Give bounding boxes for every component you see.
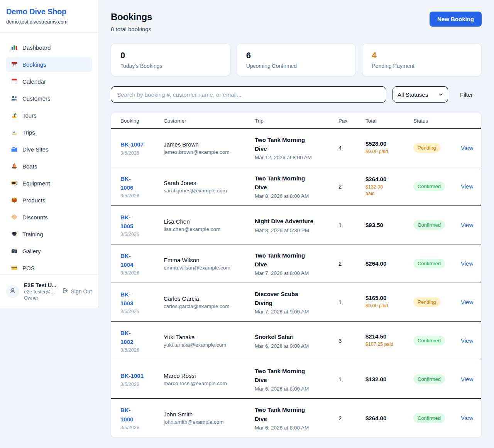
- trip-cell: Two Tank Morning Dive Mar 6, 2026 at 8:0…: [255, 405, 338, 431]
- booking-cell: BK-1006 3/5/2026: [120, 174, 164, 199]
- sidebar-item-label: Discounts: [22, 214, 48, 221]
- sidebar-item-label: Boats: [22, 163, 37, 170]
- sidebar-item-label: Dive Sites: [22, 146, 49, 153]
- trip-cell: Snorkel Safari Mar 6, 2026 at 9:00 AM: [255, 332, 338, 349]
- booking-id-link[interactable]: BK-1000: [120, 406, 138, 424]
- booking-cell: BK-1005 3/5/2026: [120, 213, 164, 237]
- view-link[interactable]: View: [461, 414, 473, 421]
- trip-name: Two Tank Morning Dive: [255, 135, 316, 153]
- status-filter-select[interactable]: All Statuses: [392, 86, 448, 103]
- booking-id-link[interactable]: BK-1003: [120, 290, 138, 308]
- stats-cards: 0 Today's Bookings 6 Upcoming Confirmed …: [111, 43, 482, 76]
- grad-cap-icon: [11, 231, 18, 237]
- status-filter-value: All Statuses: [398, 91, 428, 98]
- column-header: Trip: [255, 118, 338, 124]
- sign-out-button[interactable]: Sign Out: [62, 288, 92, 295]
- sidebar-item-customers[interactable]: Customers: [6, 91, 92, 106]
- status-cell: Confirmed: [413, 336, 461, 345]
- status-badge: Pending: [413, 143, 440, 153]
- customer-name: James Brown: [164, 141, 255, 148]
- status-cell: Confirmed: [413, 374, 461, 384]
- page-title: Bookings: [111, 12, 152, 22]
- view-link[interactable]: View: [461, 337, 473, 344]
- view-link[interactable]: View: [461, 260, 473, 267]
- sidebar-item-calendar[interactable]: Calendar: [6, 74, 92, 89]
- tag-icon: [11, 214, 18, 221]
- total-amount: $165.00: [365, 295, 413, 301]
- booking-date: 3/5/2026: [120, 270, 164, 276]
- trip-name: Night Dive Adventure: [255, 217, 316, 226]
- sidebar-item-dashboard[interactable]: Dashboard: [6, 40, 92, 55]
- stat-label: Pending Payment: [372, 63, 472, 69]
- user-email: e2e-tester@...: [24, 289, 56, 295]
- customer-email: sarah.jones@example.com: [164, 188, 255, 194]
- filter-button[interactable]: Filter: [454, 91, 479, 98]
- bookings-table: BookingCustomerTripPaxTotalStatus BK-100…: [111, 113, 482, 438]
- paid-amount: $107.25 paid: [365, 341, 413, 348]
- view-link[interactable]: View: [461, 183, 473, 190]
- booking-cell: BK-1007 3/5/2026: [120, 140, 164, 155]
- trip-cell: Night Dive Adventure Mar 8, 2026 at 5:30…: [255, 217, 338, 233]
- total-cell: $264.00: [365, 415, 413, 421]
- status-cell: Confirmed: [413, 413, 461, 423]
- sidebar-item-pos[interactable]: POS: [6, 260, 92, 276]
- booking-id-link[interactable]: BK-1005: [120, 213, 138, 231]
- trip-cell: Two Tank Morning Dive Mar 12, 2026 at 8:…: [255, 135, 338, 161]
- status-badge: Confirmed: [413, 336, 445, 345]
- view-link[interactable]: View: [461, 299, 473, 305]
- sidebar-item-products[interactable]: Products: [6, 192, 92, 208]
- status-cell: Confirmed: [413, 220, 461, 230]
- booking-id-link[interactable]: BK-1001: [120, 371, 144, 380]
- new-booking-button[interactable]: New Booking: [430, 12, 482, 27]
- status-badge: Pending: [413, 297, 440, 307]
- total-cell: $132.00: [365, 376, 413, 382]
- status-badge: Confirmed: [413, 220, 445, 230]
- status-badge: Confirmed: [413, 259, 445, 268]
- dive-mask-icon: [11, 180, 18, 187]
- sidebar-item-dive-sites[interactable]: Dive Sites: [6, 141, 92, 157]
- customer-email: james.brown@example.com: [164, 149, 255, 155]
- sidebar-item-training[interactable]: Training: [6, 226, 92, 242]
- table-body: BK-1007 3/5/2026 James Brown james.brown…: [111, 129, 481, 437]
- credit-card-icon: [11, 264, 18, 271]
- sidebar-item-label: Calendar: [22, 78, 46, 85]
- booking-date: 3/5/2026: [120, 347, 164, 353]
- booking-cell: BK-1001 3/5/2026: [120, 371, 164, 387]
- customer-cell: Yuki Tanaka yuki.tanaka@example.com: [164, 334, 255, 348]
- sidebar-item-trips[interactable]: Trips: [6, 125, 92, 140]
- customer-email: lisa.chen@example.com: [164, 226, 255, 232]
- total-cell: $528.00 $0.00 paid: [365, 140, 413, 155]
- sidebar-item-gallery[interactable]: Gallery: [6, 243, 92, 259]
- table-row: BK-1003 3/5/2026 Carlos Garcia carlos.ga…: [111, 283, 481, 322]
- user-name: E2E Test U...: [24, 282, 56, 288]
- booking-id-link[interactable]: BK-1004: [120, 251, 138, 269]
- sidebar-item-label: Gallery: [22, 248, 41, 254]
- booking-id-link[interactable]: BK-1006: [120, 174, 138, 192]
- sidebar-item-bookings[interactable]: 17 Bookings: [6, 57, 92, 72]
- sidebar-item-label: Customers: [22, 95, 51, 102]
- view-link[interactable]: View: [461, 376, 473, 382]
- package-icon: [11, 197, 18, 204]
- shop-domain: demo.test.divestreams.com: [6, 19, 92, 25]
- booking-id-link[interactable]: BK-1007: [120, 140, 144, 149]
- column-header: Customer: [164, 118, 255, 124]
- column-header: Pax: [338, 118, 365, 124]
- search-input[interactable]: [111, 86, 386, 103]
- sidebar-item-discounts[interactable]: Discounts: [6, 209, 92, 225]
- total-cell: $264.00 $132.00 paid: [365, 176, 413, 197]
- view-link[interactable]: View: [461, 222, 473, 228]
- action-cell: View: [461, 299, 481, 306]
- view-link[interactable]: View: [461, 145, 473, 151]
- pax-value: 1: [338, 222, 365, 228]
- sidebar-item-equipment[interactable]: Equipment: [6, 175, 92, 191]
- trip-cell: Discover Scuba Diving Mar 7, 2026 at 9:0…: [255, 290, 338, 315]
- customer-cell: James Brown james.brown@example.com: [164, 141, 255, 155]
- sidebar-item-label: POS: [22, 265, 35, 271]
- booking-id-link[interactable]: BK-1002: [120, 328, 138, 347]
- trip-datetime: Mar 6, 2026 at 8:00 AM: [255, 386, 338, 392]
- camera-icon: [11, 248, 18, 254]
- sidebar-item-boats[interactable]: Boats: [6, 158, 92, 174]
- customer-name: Marco Rossi: [164, 372, 255, 379]
- status-cell: Confirmed: [413, 259, 461, 268]
- sidebar-item-tours[interactable]: Tours: [6, 108, 92, 123]
